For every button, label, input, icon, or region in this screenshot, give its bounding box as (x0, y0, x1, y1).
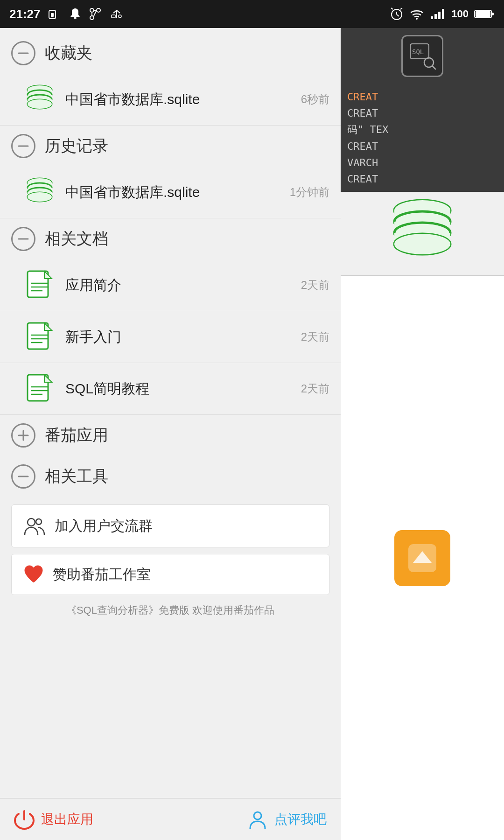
svg-point-4 (97, 8, 100, 12)
db-icon-0 (23, 83, 56, 116)
doc-icon-0 (23, 269, 56, 301)
favorites-item-0[interactable]: 中国省市数据库.sqlite 6秒前 (0, 74, 341, 126)
person-icon (247, 809, 268, 830)
section-favorites[interactable]: 收藏夹 (0, 33, 341, 74)
favorites-item-time-0: 6秒前 (301, 92, 329, 107)
signal-icon (430, 8, 446, 20)
svg-point-11 (119, 15, 121, 18)
doc-item-time-1: 2天前 (301, 329, 329, 344)
doc-item-0[interactable]: 应用简介 2天前 (0, 259, 341, 311)
panel-db-icon (385, 196, 460, 271)
main-layout: 收藏夹 中国省市数据库.s (0, 28, 504, 840)
users-icon (23, 514, 46, 538)
footer-text: 《SQL查询分析器》免费版 欢迎使用番茄作品 (0, 599, 341, 622)
svg-point-62 (36, 519, 42, 525)
branch-icon (88, 7, 102, 21)
svg-rect-18 (431, 16, 433, 19)
sql-line-0: CREAT (347, 89, 497, 105)
bottom-buttons: 加入用户交流群 赞助番茄工作室 (0, 497, 341, 599)
doc-item-time-0: 2天前 (301, 278, 329, 293)
collapse-tools-btn[interactable] (11, 464, 35, 489)
svg-rect-10 (112, 15, 115, 18)
support-btn[interactable]: 赞助番茄工作室 (11, 554, 329, 595)
sim-icon (47, 8, 62, 20)
sql-search-icon: SQL (408, 42, 436, 70)
heart-icon (23, 564, 44, 585)
svg-rect-24 (476, 11, 490, 17)
collapse-docs-btn[interactable] (11, 227, 35, 251)
orange-app-icon[interactable] (394, 530, 450, 586)
drawer-content: 收藏夹 中国省市数据库.s (0, 28, 341, 798)
exit-app-btn[interactable]: 退出应用 (14, 809, 93, 830)
time-display: 21:27 (9, 7, 41, 21)
svg-rect-2 (74, 17, 77, 19)
svg-point-63 (254, 812, 261, 819)
doc-item-2[interactable]: SQL简明教程 2天前 (0, 363, 341, 415)
svg-point-17 (416, 18, 418, 20)
svg-rect-23 (491, 13, 494, 15)
section-tomato-apps[interactable]: 番茄应用 (0, 415, 341, 456)
svg-rect-20 (438, 12, 441, 19)
panel-db-area (341, 192, 504, 276)
join-group-btn[interactable]: 加入用户交流群 (11, 504, 329, 547)
status-right: 100 (390, 7, 495, 21)
doc-item-1[interactable]: 新手入门 2天前 (0, 311, 341, 363)
doc-item-time-2: 2天前 (301, 381, 329, 396)
collapse-favorites-btn[interactable] (11, 41, 35, 65)
sql-line-1: CREAT (347, 105, 497, 121)
svg-text:SQL: SQL (412, 48, 424, 56)
doc-icon-2 (23, 372, 56, 405)
collapse-history-btn[interactable] (11, 134, 35, 158)
action-bar: 退出应用 点评我吧 (0, 798, 341, 840)
usb-icon (109, 8, 125, 20)
join-group-label: 加入用户交流群 (55, 517, 153, 536)
svg-line-16 (400, 8, 402, 9)
alarm-icon (390, 7, 404, 21)
svg-line-67 (432, 66, 435, 69)
section-tools[interactable]: 相关工具 (0, 456, 341, 497)
expand-tomato-btn[interactable] (11, 423, 35, 448)
svg-point-44 (28, 192, 52, 202)
svg-point-5 (90, 16, 94, 20)
history-item-name-0: 中国省市数据库.sqlite (65, 183, 280, 202)
section-tomato-label: 番茄应用 (45, 425, 108, 446)
panel-sql-area: CREAT CREAT 码" TEX CREAT VARCH CREAT (341, 84, 504, 192)
panel-top: SQL (341, 28, 504, 84)
doc-item-name-1: 新手入门 (65, 328, 292, 347)
battery-icon (474, 8, 495, 20)
svg-line-14 (397, 14, 399, 16)
history-item-time-0: 1分钟前 (290, 185, 329, 200)
panel-orange-area (341, 276, 504, 840)
svg-rect-1 (51, 13, 54, 17)
section-docs-label: 相关文档 (45, 228, 108, 250)
exit-label: 退出应用 (41, 811, 93, 828)
svg-line-8 (94, 10, 97, 16)
review-label: 点评我吧 (274, 811, 327, 828)
support-label: 赞助番茄工作室 (53, 565, 151, 584)
notification-icon (69, 7, 82, 21)
sql-line-5: CREAT (347, 171, 497, 187)
drawer: 收藏夹 中国省市数据库.s (0, 28, 341, 840)
svg-rect-21 (442, 9, 444, 19)
section-history-label: 历史记录 (45, 135, 108, 157)
sql-line-3: CREAT (347, 138, 497, 154)
right-panel: SQL CREAT CREAT 码" TEX CREAT VARCH CREAT (341, 28, 504, 840)
doc-item-name-2: SQL简明教程 (65, 379, 292, 399)
svg-rect-19 (434, 14, 437, 19)
battery-text: 100 (451, 8, 469, 20)
section-tools-label: 相关工具 (45, 466, 108, 487)
section-docs[interactable]: 相关文档 (0, 218, 341, 259)
status-bar: 21:27 100 (0, 0, 504, 28)
svg-point-76 (394, 234, 450, 254)
history-item-0[interactable]: 中国省市数据库.sqlite 1分钟前 (0, 167, 341, 218)
sql-line-2: 码" TEX (347, 121, 497, 138)
sql-icon-box[interactable]: SQL (401, 35, 443, 77)
db-icon-1 (23, 176, 56, 209)
doc-item-name-0: 应用简介 (65, 276, 292, 295)
status-left: 21:27 (9, 7, 125, 21)
wifi-icon (409, 8, 424, 20)
section-history[interactable]: 历史记录 (0, 126, 341, 167)
svg-point-34 (28, 99, 52, 109)
review-btn[interactable]: 点评我吧 (247, 809, 327, 830)
svg-line-15 (391, 8, 393, 9)
